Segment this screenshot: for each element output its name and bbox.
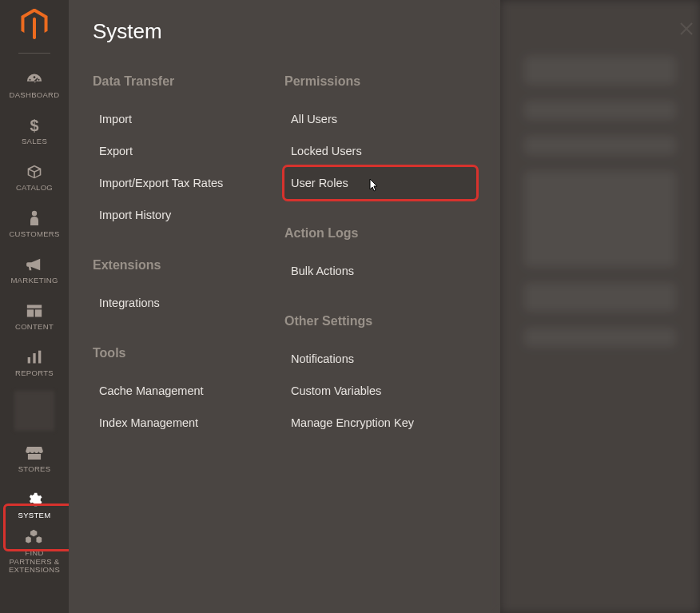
sidebar-item-stores[interactable]: STORES	[0, 436, 69, 482]
link-import[interactable]: Import	[93, 103, 284, 135]
sidebar-item-content[interactable]: CONTENT	[0, 293, 69, 340]
storefront-icon	[26, 444, 43, 462]
sidebar-item-label: STORES	[15, 465, 54, 473]
sidebar-item-customers[interactable]: CUSTOMERS	[0, 201, 69, 247]
link-locked-users[interactable]: Locked Users	[284, 135, 476, 167]
sidebar-item-catalog[interactable]: CATALOG	[0, 154, 69, 201]
sidebar-item-label: CATALOG	[13, 184, 56, 192]
link-manage-encryption-key[interactable]: Manage Encryption Key	[284, 407, 476, 439]
link-bulk-actions[interactable]: Bulk Actions	[284, 255, 476, 287]
gauge-icon	[26, 70, 43, 88]
box-icon	[26, 163, 42, 181]
section-data-transfer: Data Transfer	[93, 74, 284, 89]
link-notifications[interactable]: Notifications	[284, 343, 476, 375]
megaphone-icon	[26, 256, 43, 273]
section-extensions: Extensions	[93, 258, 284, 273]
section-permissions: Permissions	[284, 74, 476, 89]
magento-logo[interactable]	[18, 8, 50, 40]
link-user-roles[interactable]: User Roles	[284, 167, 476, 199]
gear-icon	[26, 491, 42, 508]
cursor-pointer-icon	[368, 178, 380, 194]
sidebar-item-marketing[interactable]: MARKETING	[0, 247, 69, 293]
flyout-column-1: Data Transfer Import Export Import/Expor…	[93, 68, 284, 439]
svg-point-1	[32, 211, 37, 216]
sidebar-item-dashboard[interactable]: DASHBOARD	[0, 62, 69, 108]
background-blurred	[500, 0, 700, 613]
link-cache-management[interactable]: Cache Management	[93, 375, 284, 407]
section-other-settings: Other Settings	[284, 314, 476, 328]
link-integrations[interactable]: Integrations	[93, 287, 284, 319]
link-export[interactable]: Export	[93, 135, 284, 167]
layout-icon	[26, 302, 42, 320]
sidebar-item-label: REPORTS	[12, 369, 57, 377]
flyout-column-2: Permissions All Users Locked Users User …	[284, 68, 476, 439]
link-index-management[interactable]: Index Management	[93, 407, 284, 439]
link-custom-variables[interactable]: Custom Variables	[284, 375, 476, 407]
sidebar-item-label: FIND PARTNERS & EXTENSIONS	[0, 549, 69, 574]
person-icon	[29, 209, 40, 227]
cubes-icon	[26, 528, 43, 546]
link-user-roles-label: User Roles	[291, 177, 348, 189]
sidebar-item-find-partners[interactable]: FIND PARTNERS & EXTENSIONS	[0, 528, 69, 575]
flyout-title: System	[93, 19, 476, 44]
dollar-icon: $	[29, 117, 40, 134]
sidebar-item-sales[interactable]: $ SALES	[0, 108, 69, 154]
sidebar-item-label: CUSTOMERS	[6, 230, 62, 238]
section-action-logs: Action Logs	[284, 226, 476, 241]
sidebar-spacer	[14, 391, 54, 431]
link-all-users[interactable]: All Users	[284, 103, 476, 135]
svg-rect-3	[27, 309, 34, 316]
sidebar-item-label: CONTENT	[12, 323, 57, 331]
svg-rect-4	[35, 309, 42, 316]
sidebar-item-label: DASHBOARD	[6, 91, 63, 99]
svg-rect-2	[27, 305, 42, 308]
sidebar-item-reports[interactable]: REPORTS	[0, 340, 69, 386]
sidebar-item-system[interactable]: SYSTEM	[0, 482, 69, 528]
svg-rect-7	[38, 350, 41, 363]
admin-sidebar: DASHBOARD $ SALES CATALOG CUSTOMERS MARK…	[0, 0, 69, 613]
svg-rect-5	[28, 357, 30, 364]
sidebar-item-label: MARKETING	[7, 277, 61, 285]
sidebar-divider	[18, 53, 50, 54]
sidebar-item-label: SYSTEM	[15, 511, 54, 519]
svg-text:$: $	[30, 117, 38, 134]
link-import-export-tax-rates[interactable]: Import/Export Tax Rates	[93, 167, 284, 199]
svg-rect-6	[33, 353, 35, 364]
sidebar-item-label: SALES	[18, 137, 50, 145]
link-import-history[interactable]: Import History	[93, 199, 284, 231]
section-tools: Tools	[93, 346, 284, 360]
system-flyout-panel: System Data Transfer Import Export Impor…	[69, 0, 500, 613]
bars-icon	[26, 348, 42, 366]
